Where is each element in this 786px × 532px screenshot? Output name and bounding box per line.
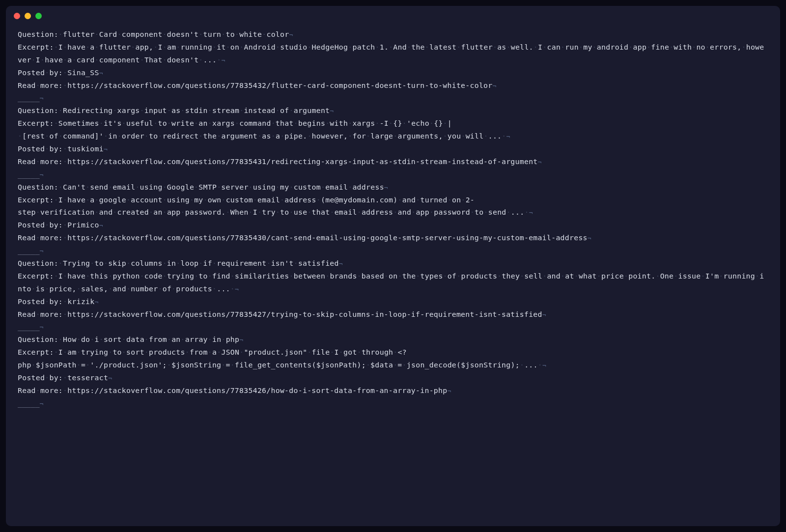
window-minimize-button[interactable] — [25, 13, 31, 19]
eol-marker: ¬ — [529, 209, 533, 216]
entry-read-more: Read·more:·https://stackoverflow.com/que… — [18, 308, 768, 321]
eol-marker: ¬ — [108, 374, 112, 382]
entry-separator: _____¬ — [18, 91, 768, 104]
entry-question: Question:·How·do·i·sort·data·from·an·arr… — [18, 333, 768, 346]
eol-marker: ¬ — [221, 56, 225, 64]
eol-marker: ¬ — [40, 400, 44, 407]
editor-text-content[interactable]: Question:·flutter·Card·component·doesn't… — [6, 24, 780, 421]
feed-entry: Question:·Redirecting·xargs·input·as·std… — [18, 104, 768, 180]
entry-separator: _____¬ — [18, 168, 768, 181]
window-titlebar — [6, 6, 780, 24]
entry-separator: _____¬ — [18, 320, 768, 333]
entry-question: Question:·flutter·Card·component·doesn't… — [18, 28, 768, 41]
entry-posted-by: Posted·by:·tuskiomi¬ — [18, 142, 768, 155]
entry-question: Question:·Can't·send·email·using·Google·… — [18, 181, 768, 194]
eol-marker: ¬ — [95, 298, 99, 306]
eol-marker: ¬ — [239, 336, 243, 343]
entry-separator: _____¬ — [18, 397, 768, 410]
entry-read-more: Read·more:·https://stackoverflow.com/que… — [18, 384, 768, 397]
entry-question: Question:·Redirecting·xargs·input·as·std… — [18, 104, 768, 117]
entry-question: Question:·Trying·to·skip·columns·in·loop… — [18, 257, 768, 270]
eol-marker: ¬ — [339, 260, 343, 267]
eol-marker: ¬ — [40, 94, 44, 102]
eol-marker: ¬ — [99, 69, 103, 77]
entry-read-more: Read·more:·https://stackoverflow.com/que… — [18, 231, 768, 244]
window-close-button[interactable] — [14, 13, 20, 19]
eol-marker: ¬ — [506, 133, 510, 140]
eol-marker: ¬ — [538, 158, 542, 166]
editor-window: Question:·flutter·Card·component·doesn't… — [6, 6, 780, 526]
eol-marker: ¬ — [542, 311, 546, 318]
window-maximize-button[interactable] — [35, 13, 42, 19]
eol-marker: ¬ — [588, 234, 591, 242]
entry-excerpt: Excerpt:·I·have·a·google·account·using·m… — [18, 194, 768, 219]
feed-entry: Question:·How·do·i·sort·data·from·an·arr… — [18, 333, 768, 409]
eol-marker: ¬ — [40, 247, 44, 254]
eol-marker: ¬ — [235, 285, 239, 293]
eol-marker: ¬ — [289, 31, 293, 38]
eol-marker: ¬ — [104, 145, 108, 153]
eol-marker: ¬ — [542, 362, 546, 369]
entry-excerpt: Excerpt:·I·have·a·flutter·app,·I·am·runn… — [18, 41, 768, 66]
eol-marker: ¬ — [447, 387, 451, 394]
eol-marker: ¬ — [384, 184, 388, 191]
entry-excerpt: Excerpt:·I·am·trying·to·sort·products·fr… — [18, 346, 768, 371]
eol-marker: ¬ — [99, 222, 103, 229]
feed-entry: Question:·Trying·to·skip·columns·in·loop… — [18, 257, 768, 333]
entry-posted-by: Posted·by:·tesseract¬ — [18, 371, 768, 384]
eol-marker: ¬ — [493, 82, 497, 89]
eol-marker: ¬ — [330, 107, 334, 114]
entry-posted-by: Posted·by:·krizik¬ — [18, 295, 768, 308]
entry-read-more: Read·more:·https://stackoverflow.com/que… — [18, 79, 768, 92]
feed-entry: Question:·Can't·send·email·using·Google·… — [18, 181, 768, 257]
entry-excerpt: Excerpt:·Sometimes·it's·useful·to·write·… — [18, 117, 768, 142]
eol-marker: ¬ — [40, 171, 44, 178]
eol-marker: ¬ — [40, 323, 44, 331]
entry-posted-by: Posted·by:·Primico¬ — [18, 219, 768, 231]
entry-separator: _____¬ — [18, 244, 768, 257]
entry-posted-by: Posted·by:·Sina_SS¬ — [18, 66, 768, 79]
entry-excerpt: Excerpt:·I·have·this·python·code·trying·… — [18, 270, 768, 295]
feed-entry: Question:·flutter·Card·component·doesn't… — [18, 28, 768, 104]
entry-read-more: Read·more:·https://stackoverflow.com/que… — [18, 155, 768, 168]
